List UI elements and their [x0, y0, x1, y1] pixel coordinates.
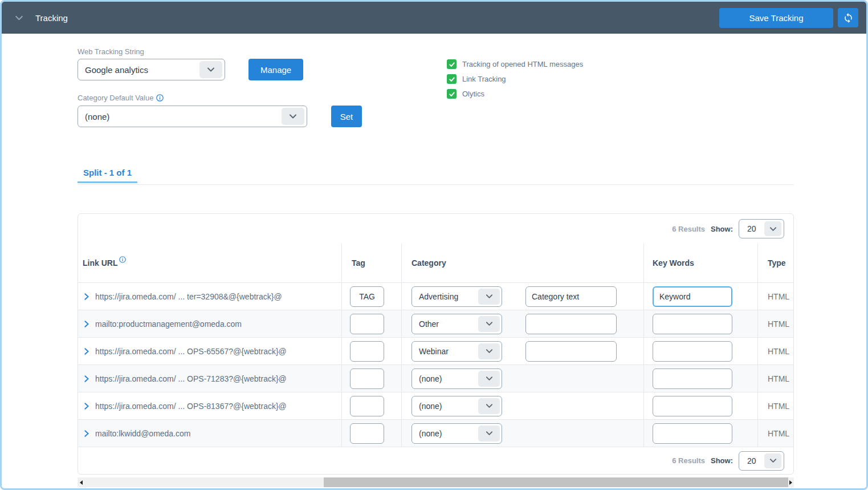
- manage-button[interactable]: Manage: [248, 59, 303, 80]
- refresh-icon: [843, 13, 854, 23]
- table-row: https://jira.omeda.com/ ... OPS-71283?@{…: [78, 365, 793, 392]
- chevron-down-icon[interactable]: [478, 371, 500, 387]
- tag-input[interactable]: [350, 314, 384, 334]
- scrollbar-track[interactable]: [84, 477, 787, 487]
- category-text-input[interactable]: [525, 286, 617, 307]
- column-category[interactable]: Category: [411, 258, 446, 268]
- save-tracking-button[interactable]: Save Tracking: [719, 8, 833, 28]
- chevron-right-icon[interactable]: [83, 430, 91, 438]
- web-tracking-label: Web Tracking String: [78, 47, 144, 56]
- chevron-down-icon[interactable]: [282, 108, 304, 125]
- category-select[interactable]: (none): [411, 368, 502, 389]
- column-key-words[interactable]: Key Words: [653, 258, 694, 268]
- info-icon[interactable]: [156, 94, 164, 102]
- show-select-bottom[interactable]: 20: [739, 451, 784, 471]
- show-label: Show:: [711, 225, 733, 233]
- chevron-right-icon[interactable]: [83, 320, 91, 328]
- table-row: https://jira.omeda.com/ ... OPS-81367?@{…: [78, 392, 793, 419]
- scroll-left-arrow[interactable]: [78, 477, 84, 487]
- set-button[interactable]: Set: [331, 106, 362, 127]
- web-tracking-select[interactable]: Google analytics: [78, 59, 225, 80]
- table-body: https://jira.omeda.com/ ... ter=32908&@{…: [78, 282, 793, 447]
- results-bar-top: 6 Results Show: 20: [78, 214, 793, 244]
- horizontal-scrollbar[interactable]: [78, 477, 794, 487]
- show-select-top[interactable]: 20: [739, 219, 784, 238]
- results-count: 6 Results: [672, 225, 705, 233]
- table-header: Link URL Tag Category Key Words Type: [78, 244, 793, 282]
- category-default-label: Category Default Value: [78, 94, 153, 102]
- tag-input[interactable]: [350, 396, 384, 416]
- category-select[interactable]: (none): [411, 423, 502, 444]
- keyword-input[interactable]: [653, 368, 732, 389]
- tracking-options: Tracking of opened HTML messages Link Tr…: [447, 59, 583, 99]
- chevron-right-icon[interactable]: [83, 347, 91, 355]
- chevron-down-icon[interactable]: [764, 453, 781, 468]
- results-bar-bottom: 6 Results Show: 20: [78, 447, 793, 474]
- chevron-down-icon[interactable]: [764, 221, 781, 236]
- chevron-down-icon[interactable]: [478, 289, 500, 305]
- tag-input[interactable]: [350, 286, 384, 307]
- checkbox-checked[interactable]: [447, 59, 457, 69]
- results-count: 6 Results: [672, 456, 705, 465]
- chevron-down-icon[interactable]: [478, 398, 500, 414]
- type-value: HTML: [768, 347, 789, 356]
- chevron-down-icon[interactable]: [14, 13, 24, 23]
- chevron-right-icon[interactable]: [83, 293, 91, 301]
- type-value: HTML: [768, 319, 789, 329]
- tabbar: Split - 1 of 1: [78, 164, 794, 185]
- titlebar: Tracking Save Tracking: [2, 2, 866, 34]
- show-label: Show:: [711, 456, 733, 465]
- link-url[interactable]: https://jira.omeda.com/ ... OPS-65567?@{…: [95, 347, 287, 356]
- checkbox-checked[interactable]: [447, 74, 457, 84]
- checkbox-row[interactable]: Tracking of opened HTML messages: [447, 59, 583, 69]
- chevron-down-icon[interactable]: [478, 426, 500, 442]
- category-select[interactable]: Webinar: [411, 341, 502, 362]
- link-url[interactable]: https://jira.omeda.com/ ... ter=32908&@{…: [95, 292, 282, 301]
- table-row: https://jira.omeda.com/ ... OPS-65567?@{…: [78, 337, 793, 365]
- checkbox-label: Tracking of opened HTML messages: [462, 60, 583, 68]
- keyword-input[interactable]: [653, 396, 732, 416]
- column-tag[interactable]: Tag: [352, 258, 365, 268]
- column-link-url[interactable]: Link URL: [83, 258, 117, 268]
- web-tracking-value: Google analytics: [85, 65, 148, 75]
- chevron-down-icon[interactable]: [478, 343, 500, 359]
- link-table: 6 Results Show: 20 Link URL Tag Cat: [78, 213, 794, 475]
- column-type[interactable]: Type: [768, 258, 786, 268]
- info-icon[interactable]: [119, 256, 126, 263]
- type-value: HTML: [768, 292, 789, 301]
- scrollbar-thumb[interactable]: [324, 477, 788, 487]
- category-select[interactable]: (none): [411, 396, 502, 416]
- tag-input[interactable]: [350, 423, 384, 444]
- type-value: HTML: [768, 402, 789, 411]
- tag-input[interactable]: [350, 341, 384, 362]
- type-value: HTML: [768, 429, 789, 438]
- keyword-input[interactable]: [653, 286, 732, 307]
- type-value: HTML: [768, 374, 789, 383]
- chevron-down-icon[interactable]: [478, 316, 500, 332]
- keyword-input[interactable]: [653, 423, 732, 444]
- table-row: https://jira.omeda.com/ ... ter=32908&@{…: [78, 282, 793, 310]
- link-url[interactable]: mailto:productmanagement@omeda.com: [95, 319, 242, 329]
- link-url[interactable]: https://jira.omeda.com/ ... OPS-81367?@{…: [95, 402, 287, 411]
- checkbox-checked[interactable]: [447, 89, 457, 99]
- category-text-input[interactable]: [525, 314, 617, 334]
- chevron-down-icon[interactable]: [199, 61, 222, 78]
- table-row: mailto:lkwidd@omeda.com (none) HTML: [78, 419, 793, 447]
- chevron-right-icon[interactable]: [83, 375, 91, 383]
- keyword-input[interactable]: [653, 341, 732, 362]
- checkbox-row[interactable]: Link Tracking: [447, 74, 583, 84]
- link-url[interactable]: https://jira.omeda.com/ ... OPS-71283?@{…: [95, 374, 287, 383]
- category-text-input[interactable]: [525, 341, 617, 362]
- category-select[interactable]: Other: [411, 314, 502, 334]
- titlebar-actions: Save Tracking: [719, 8, 858, 28]
- category-select[interactable]: Advertising: [411, 286, 502, 307]
- checkbox-label: Olytics: [462, 90, 484, 98]
- keyword-input[interactable]: [653, 314, 732, 334]
- chevron-right-icon[interactable]: [83, 402, 91, 410]
- tab-split[interactable]: Split - 1 of 1: [78, 164, 137, 183]
- refresh-button[interactable]: [838, 8, 858, 27]
- category-default-select[interactable]: (none): [78, 106, 307, 127]
- tag-input[interactable]: [350, 368, 384, 389]
- checkbox-row[interactable]: Olytics: [447, 89, 583, 99]
- link-url[interactable]: mailto:lkwidd@omeda.com: [95, 429, 191, 438]
